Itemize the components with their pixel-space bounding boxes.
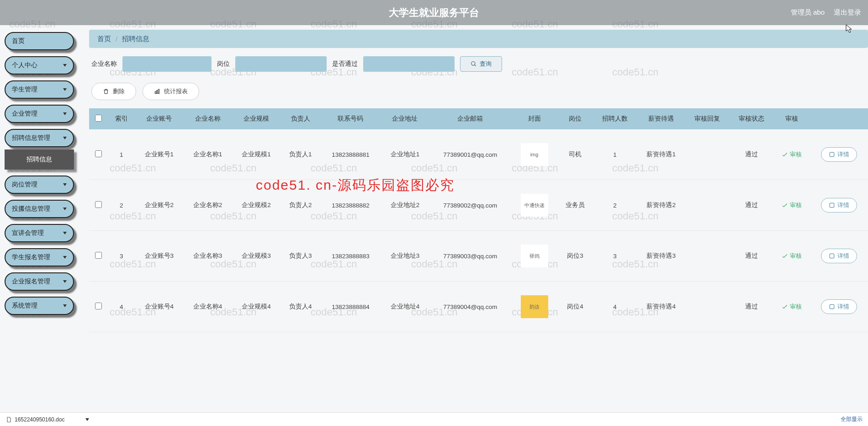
report-button[interactable]: 统计报表 xyxy=(143,83,199,100)
table-cell: 驿鸽 xyxy=(511,231,558,282)
sidebar-subitem[interactable]: 招聘信息 xyxy=(5,149,74,170)
sidebar-item-0[interactable]: 首页 xyxy=(5,32,74,50)
breadcrumb-home[interactable]: 首页 xyxy=(97,35,111,43)
logout-button[interactable]: 退出登录 xyxy=(834,8,861,17)
sidebar-item-5[interactable]: 岗位管理 xyxy=(5,176,74,194)
chevron-down-icon xyxy=(63,304,67,307)
sidebar-item-10[interactable]: 系统管理 xyxy=(5,297,74,315)
table-row: 1企业账号1企业名称1企业规模1负责人113823888881企业地址17738… xyxy=(89,129,868,180)
table-cell: 详情 xyxy=(810,180,868,231)
table-cell: 13823888882 xyxy=(321,180,381,231)
table-header: 索引 xyxy=(108,108,135,129)
table-cell: 审核 xyxy=(773,231,810,282)
table-cell: 企业规模2 xyxy=(232,180,281,231)
table-cell: 负责人1 xyxy=(281,129,321,180)
table-cell: 企业规模1 xyxy=(232,129,281,180)
table-cell: 企业名称2 xyxy=(183,180,232,231)
sidebar-item-label: 宣讲会管理 xyxy=(12,229,44,237)
table-header: 薪资待遇 xyxy=(637,108,685,129)
table-cell: 负责人4 xyxy=(281,282,321,332)
table-cell: 详情 xyxy=(810,282,868,332)
table-cell: 通过 xyxy=(730,180,773,231)
chevron-down-icon xyxy=(63,280,67,283)
sidebar-item-3[interactable]: 企业管理 xyxy=(5,105,74,123)
cover-image: 中通快递 xyxy=(521,194,548,217)
table-cell: 中通快递 xyxy=(511,180,558,231)
detail-button[interactable]: 详情 xyxy=(821,147,857,162)
table-cell: 企业规模3 xyxy=(232,231,281,282)
table-header: 企业规模 xyxy=(232,108,281,129)
cover-image: 驿鸽 xyxy=(521,245,548,267)
detail-button[interactable]: 详情 xyxy=(821,249,857,263)
table-cell: 通过 xyxy=(730,231,773,282)
cover-image: 韵达 xyxy=(521,295,548,318)
trash-icon xyxy=(103,88,109,95)
sidebar-item-2[interactable]: 学生管理 xyxy=(5,80,74,99)
table-cell: 岗位4 xyxy=(557,282,593,332)
table-cell: 2 xyxy=(108,180,135,231)
table-header: 企业名称 xyxy=(183,108,232,129)
table-cell: 司机 xyxy=(557,129,593,180)
table-header xyxy=(810,108,868,129)
report-button-label: 统计报表 xyxy=(164,87,188,96)
sidebar-item-label: 企业管理 xyxy=(12,110,37,118)
audit-button[interactable]: 审核 xyxy=(782,303,802,311)
sidebar-item-label: 个人中心 xyxy=(12,61,37,69)
search-icon xyxy=(471,61,477,67)
table-cell: 企业名称3 xyxy=(183,231,232,282)
table-cell: 业务员 xyxy=(557,180,593,231)
search-input-pass[interactable] xyxy=(363,56,455,72)
row-checkbox[interactable] xyxy=(95,303,102,309)
sidebar-item-1[interactable]: 个人中心 xyxy=(5,56,74,75)
app-header: 大学生就业服务平台 管理员 abo 退出登录 xyxy=(0,0,868,25)
svg-rect-5 xyxy=(830,152,834,156)
sidebar-item-9[interactable]: 企业报名管理 xyxy=(5,272,74,291)
detail-button[interactable]: 详情 xyxy=(821,198,857,213)
audit-button[interactable]: 审核 xyxy=(782,252,802,260)
table-cell: 企业地址4 xyxy=(381,282,429,332)
table-cell xyxy=(89,129,108,180)
table-cell: 企业名称1 xyxy=(183,129,232,180)
chevron-down-icon xyxy=(63,232,67,234)
detail-button[interactable]: 详情 xyxy=(821,299,857,314)
row-checkbox[interactable] xyxy=(95,252,102,259)
sidebar-item-8[interactable]: 学生报名管理 xyxy=(5,248,74,266)
svg-rect-6 xyxy=(830,203,834,207)
table-header: 企业邮箱 xyxy=(429,108,511,129)
table-cell xyxy=(685,180,729,231)
table-cell: 通过 xyxy=(730,129,773,180)
svg-rect-3 xyxy=(157,91,158,94)
table-cell: 审核 xyxy=(773,129,810,180)
table-cell: 负责人3 xyxy=(281,231,321,282)
row-checkbox[interactable] xyxy=(95,201,102,208)
sidebar-item-7[interactable]: 宣讲会管理 xyxy=(5,224,74,242)
table-cell xyxy=(685,282,729,332)
sidebar-item-4[interactable]: 招聘信息管理 xyxy=(5,129,74,147)
table-cell: 77389003@qq.com xyxy=(429,231,511,282)
chevron-down-icon xyxy=(63,137,67,139)
audit-button[interactable]: 审核 xyxy=(782,150,802,159)
select-all-checkbox[interactable] xyxy=(95,115,102,122)
query-button[interactable]: 查询 xyxy=(460,56,502,72)
chevron-down-icon xyxy=(63,256,67,259)
table-cell: 企业账号4 xyxy=(135,282,183,332)
audit-button[interactable]: 审核 xyxy=(782,201,802,209)
cover-image: img xyxy=(521,143,548,166)
action-bar: 删除 统计报表 xyxy=(89,80,868,108)
breadcrumb-sep: / xyxy=(116,35,117,43)
table-row: 3企业账号3企业名称3企业规模3负责人313823888883企业地址37738… xyxy=(89,231,868,282)
svg-rect-7 xyxy=(830,254,834,258)
sidebar-item-6[interactable]: 投攥信息管理 xyxy=(5,200,74,218)
chevron-down-icon xyxy=(63,88,67,91)
admin-label[interactable]: 管理员 abo xyxy=(791,8,825,17)
table-cell: 详情 xyxy=(810,231,868,282)
search-label-company: 企业名称 xyxy=(91,60,117,68)
search-input-post[interactable] xyxy=(235,56,327,72)
chevron-down-icon xyxy=(63,208,67,210)
row-checkbox[interactable] xyxy=(95,150,102,157)
search-input-company[interactable] xyxy=(122,56,212,72)
delete-button[interactable]: 删除 xyxy=(91,83,136,100)
table-cell: 4 xyxy=(108,282,135,332)
svg-rect-8 xyxy=(830,304,834,309)
table-cell: 77389002@qq.com xyxy=(429,180,511,231)
